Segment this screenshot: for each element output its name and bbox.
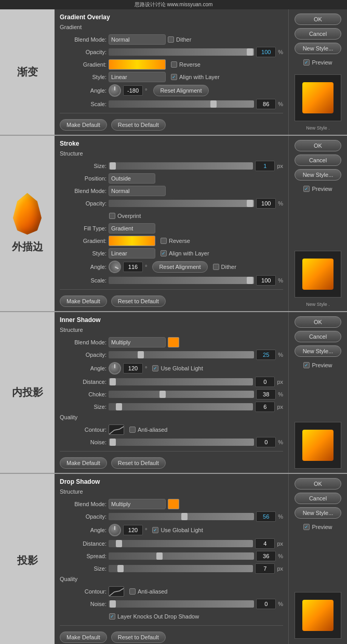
noise-thumb3[interactable] bbox=[110, 439, 116, 446]
opacity-input2[interactable] bbox=[256, 198, 276, 209]
contour-preview3[interactable] bbox=[109, 424, 124, 435]
scale-slider2[interactable] bbox=[109, 277, 254, 284]
distance-slider3[interactable] bbox=[109, 378, 253, 385]
blend-mode-select[interactable]: Normal bbox=[109, 34, 166, 45]
noise-input4[interactable] bbox=[256, 599, 276, 609]
reset-align-btn2[interactable]: Reset Alignment bbox=[152, 261, 207, 273]
angle-input2[interactable] bbox=[123, 262, 143, 272]
preview-checkbox-4[interactable]: ✓ bbox=[303, 524, 310, 530]
reset-default-btn3[interactable]: Reset to Default bbox=[111, 457, 166, 469]
size-thumb4[interactable] bbox=[117, 565, 124, 572]
scale-thumb2[interactable] bbox=[247, 277, 253, 284]
scale-slider[interactable] bbox=[109, 100, 254, 108]
blend-mode-select4[interactable]: Multiply bbox=[109, 499, 166, 509]
choke-thumb3[interactable] bbox=[159, 391, 166, 398]
align-checkbox[interactable]: ✓ bbox=[171, 74, 177, 80]
preview-checkbox-3[interactable]: ✓ bbox=[303, 362, 310, 368]
ok-btn-3[interactable]: OK bbox=[295, 316, 341, 328]
opacity-slider4[interactable] bbox=[109, 513, 254, 520]
preview-checkbox-1[interactable]: ✓ bbox=[303, 59, 310, 66]
reverse-checkbox[interactable] bbox=[171, 61, 177, 68]
distance-thumb4[interactable] bbox=[116, 540, 122, 547]
size-thumb[interactable] bbox=[110, 162, 116, 170]
color-swatch3[interactable] bbox=[168, 337, 179, 347]
noise-thumb4[interactable] bbox=[110, 600, 116, 608]
opacity-thumb3[interactable] bbox=[138, 351, 144, 358]
anti-aliased-checkbox4[interactable] bbox=[129, 588, 136, 595]
distance-input4[interactable] bbox=[255, 538, 275, 549]
distance-input3[interactable] bbox=[255, 377, 275, 387]
dither-checkbox[interactable] bbox=[168, 36, 174, 43]
ok-btn-2[interactable]: OK bbox=[295, 140, 341, 151]
angle-dial3[interactable] bbox=[109, 362, 121, 375]
cancel-btn-4[interactable]: Cancel bbox=[295, 493, 341, 504]
angle-dial[interactable] bbox=[109, 84, 121, 97]
blend-mode-select2[interactable]: Normal bbox=[109, 186, 166, 196]
dither-checkbox2[interactable] bbox=[213, 264, 219, 270]
cancel-btn-3[interactable]: Cancel bbox=[295, 331, 341, 342]
align-checkbox2[interactable]: ✓ bbox=[161, 250, 167, 256]
preview-checkbox-2[interactable]: ✓ bbox=[303, 186, 310, 192]
global-light-checkbox4[interactable]: ✓ bbox=[152, 527, 158, 533]
style-select2[interactable]: Linear bbox=[109, 248, 155, 259]
opacity-thumb4[interactable] bbox=[181, 513, 188, 520]
cancel-btn-1[interactable]: Cancel bbox=[295, 28, 341, 40]
new-style-btn-2[interactable]: New Style... bbox=[295, 169, 341, 181]
size-slider[interactable] bbox=[109, 162, 253, 170]
distance-slider4[interactable] bbox=[109, 540, 253, 547]
spread-input4[interactable] bbox=[256, 551, 276, 561]
opacity-input4[interactable] bbox=[256, 511, 276, 522]
layer-knocks-checkbox4[interactable]: ✓ bbox=[109, 613, 115, 620]
reset-default-btn2[interactable]: Reset to Default bbox=[111, 295, 166, 307]
reset-default-btn[interactable]: Reset to Default bbox=[111, 119, 166, 131]
angle-input3[interactable] bbox=[123, 363, 143, 373]
size-input3[interactable] bbox=[255, 402, 275, 412]
make-default-btn[interactable]: Make Default bbox=[60, 119, 107, 131]
make-default-btn3[interactable]: Make Default bbox=[60, 457, 107, 469]
size-thumb3[interactable] bbox=[116, 403, 122, 410]
blend-mode-select3[interactable]: Multiply bbox=[109, 337, 166, 347]
opacity-slider2[interactable] bbox=[109, 200, 254, 207]
angle-dial4[interactable] bbox=[109, 524, 121, 536]
anti-aliased-checkbox3[interactable] bbox=[129, 427, 136, 433]
opacity-thumb[interactable] bbox=[247, 48, 253, 56]
ok-btn-1[interactable]: OK bbox=[295, 14, 341, 25]
size-input4[interactable] bbox=[255, 563, 275, 574]
spread-thumb4[interactable] bbox=[156, 552, 163, 560]
noise-input3[interactable] bbox=[256, 437, 276, 447]
opacity-input3[interactable] bbox=[256, 350, 276, 360]
global-light-checkbox3[interactable]: ✓ bbox=[152, 365, 158, 371]
choke-input3[interactable] bbox=[256, 389, 276, 400]
reset-default-btn4[interactable]: Reset to Default bbox=[111, 632, 166, 643]
angle-dial2[interactable] bbox=[106, 259, 123, 275]
opacity-slider3[interactable] bbox=[109, 351, 254, 358]
size-slider4[interactable] bbox=[109, 565, 253, 572]
noise-slider3[interactable] bbox=[109, 439, 254, 446]
new-style-btn-4[interactable]: New Style... bbox=[295, 507, 341, 519]
make-default-btn4[interactable]: Make Default bbox=[60, 632, 107, 643]
make-default-btn2[interactable]: Make Default bbox=[60, 295, 107, 307]
new-style-btn-3[interactable]: New Style... bbox=[295, 345, 341, 357]
reverse-checkbox2[interactable] bbox=[161, 238, 167, 244]
choke-slider3[interactable] bbox=[109, 391, 254, 398]
gradient-bar2[interactable] bbox=[109, 236, 155, 246]
new-style-btn-1[interactable]: New Style... bbox=[295, 43, 341, 54]
overprint-checkbox[interactable] bbox=[109, 213, 115, 219]
spread-slider4[interactable] bbox=[109, 552, 254, 560]
contour-preview4[interactable] bbox=[109, 586, 124, 597]
size-input[interactable] bbox=[255, 161, 275, 171]
gradient-bar[interactable] bbox=[109, 59, 166, 70]
position-select[interactable]: Outside bbox=[109, 173, 155, 184]
opacity-input[interactable] bbox=[256, 47, 276, 57]
angle-input[interactable] bbox=[123, 85, 143, 96]
scale-thumb[interactable] bbox=[210, 100, 217, 108]
cancel-btn-2[interactable]: Cancel bbox=[295, 154, 341, 166]
angle-input4[interactable] bbox=[123, 525, 143, 535]
opacity-slider[interactable] bbox=[109, 48, 254, 56]
distance-thumb3[interactable] bbox=[110, 378, 116, 385]
ok-btn-4[interactable]: OK bbox=[295, 478, 341, 490]
noise-slider4[interactable] bbox=[109, 600, 254, 608]
opacity-thumb2[interactable] bbox=[247, 200, 253, 207]
size-slider3[interactable] bbox=[109, 403, 253, 410]
color-swatch4[interactable] bbox=[168, 499, 179, 509]
